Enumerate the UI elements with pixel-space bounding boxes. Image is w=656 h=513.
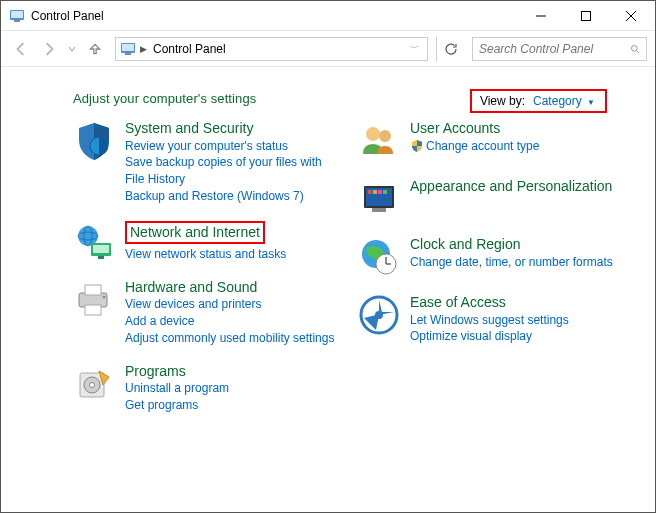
- navbar: ▶ Control Panel ﹀: [1, 31, 655, 67]
- category-link[interactable]: Optimize visual display: [410, 328, 569, 345]
- view-by-label: View by:: [480, 94, 525, 108]
- address-dropdown-icon[interactable]: ﹀: [405, 42, 423, 55]
- category-appearance: Appearance and Personalization: [358, 178, 625, 220]
- category-link[interactable]: Backup and Restore (Windows 7): [125, 188, 340, 205]
- svg-rect-34: [372, 208, 386, 212]
- category-title[interactable]: System and Security: [125, 120, 253, 136]
- category-link[interactable]: Let Windows suggest settings: [410, 312, 569, 329]
- programs-icon: [73, 363, 115, 405]
- highlight-box: Network and Internet: [125, 221, 265, 245]
- maximize-button[interactable]: [563, 1, 608, 30]
- svg-point-10: [631, 45, 637, 51]
- svg-rect-32: [378, 190, 382, 194]
- svg-point-40: [375, 311, 383, 319]
- appearance-icon: [358, 178, 400, 220]
- category-clock-region: Clock and Region Change date, time, or n…: [358, 236, 625, 278]
- category-system-security: System and Security Review your computer…: [73, 120, 340, 205]
- category-link[interactable]: Add a device: [125, 313, 334, 330]
- category-title[interactable]: Programs: [125, 363, 186, 379]
- recent-dropdown[interactable]: [65, 37, 79, 61]
- control-panel-crumb-icon: [120, 41, 136, 57]
- right-column: User Accounts Change account type Appear…: [358, 120, 625, 414]
- users-icon: [358, 120, 400, 162]
- category-link[interactable]: Review your computer's status: [125, 138, 340, 155]
- svg-rect-9: [125, 53, 131, 55]
- titlebar: Control Panel: [1, 1, 655, 31]
- breadcrumb-separator-icon[interactable]: ▶: [140, 44, 147, 54]
- category-title[interactable]: Appearance and Personalization: [410, 178, 612, 194]
- category-link[interactable]: Get programs: [125, 397, 229, 414]
- svg-rect-17: [93, 245, 109, 253]
- category-network-internet: Network and Internet View network status…: [73, 221, 340, 263]
- svg-point-22: [103, 295, 106, 298]
- svg-rect-31: [373, 190, 377, 194]
- category-user-accounts: User Accounts Change account type: [358, 120, 625, 162]
- search-box[interactable]: [472, 37, 647, 61]
- left-column: System and Security Review your computer…: [73, 120, 340, 414]
- category-link[interactable]: Change date, time, or number formats: [410, 254, 613, 271]
- minimize-button[interactable]: [518, 1, 563, 30]
- svg-point-25: [90, 382, 95, 387]
- category-title[interactable]: Hardware and Sound: [125, 279, 257, 295]
- address-bar[interactable]: ▶ Control Panel ﹀: [115, 37, 428, 61]
- back-button[interactable]: [9, 37, 33, 61]
- category-link[interactable]: Adjust commonly used mobility settings: [125, 330, 334, 347]
- svg-line-11: [636, 50, 639, 53]
- svg-rect-1: [11, 11, 23, 18]
- forward-button[interactable]: [37, 37, 61, 61]
- svg-rect-18: [98, 256, 104, 259]
- svg-rect-4: [581, 11, 590, 20]
- globe-clock-icon: [358, 236, 400, 278]
- category-link[interactable]: Change account type: [410, 138, 539, 155]
- svg-rect-21: [85, 305, 101, 315]
- breadcrumb[interactable]: Control Panel: [153, 42, 226, 56]
- category-title[interactable]: Clock and Region: [410, 236, 521, 252]
- printer-icon: [73, 279, 115, 321]
- svg-rect-30: [368, 190, 372, 194]
- shield-icon: [73, 120, 115, 162]
- uac-shield-icon: [410, 139, 424, 153]
- category-programs: Programs Uninstall a program Get program…: [73, 363, 340, 414]
- content-area: Adjust your computer's settings View by:…: [1, 67, 655, 424]
- category-ease-of-access: Ease of Access Let Windows suggest setti…: [358, 294, 625, 345]
- control-panel-icon: [9, 8, 25, 24]
- network-icon: [73, 221, 115, 263]
- category-hardware-sound: Hardware and Sound View devices and prin…: [73, 279, 340, 347]
- category-link[interactable]: Uninstall a program: [125, 380, 229, 397]
- up-button[interactable]: [83, 37, 107, 61]
- svg-rect-33: [383, 190, 387, 194]
- svg-rect-2: [14, 20, 20, 22]
- ease-of-access-icon: [358, 294, 400, 336]
- search-icon[interactable]: [630, 42, 640, 56]
- category-title[interactable]: Network and Internet: [130, 224, 260, 240]
- refresh-button[interactable]: [436, 37, 464, 61]
- close-button[interactable]: [608, 1, 653, 30]
- window-title: Control Panel: [31, 9, 518, 23]
- search-input[interactable]: [479, 42, 630, 56]
- category-link[interactable]: View network status and tasks: [125, 246, 286, 263]
- view-by-control[interactable]: View by: Category ▼: [470, 89, 607, 113]
- svg-point-26: [366, 127, 380, 141]
- svg-rect-8: [122, 44, 134, 51]
- svg-point-27: [379, 130, 391, 142]
- chevron-down-icon: ▼: [587, 98, 595, 107]
- category-title[interactable]: User Accounts: [410, 120, 500, 136]
- svg-rect-20: [85, 285, 101, 295]
- view-by-value[interactable]: Category: [533, 94, 582, 108]
- category-link[interactable]: Save backup copies of your files with Fi…: [125, 154, 340, 188]
- category-link[interactable]: View devices and printers: [125, 296, 334, 313]
- category-title[interactable]: Ease of Access: [410, 294, 506, 310]
